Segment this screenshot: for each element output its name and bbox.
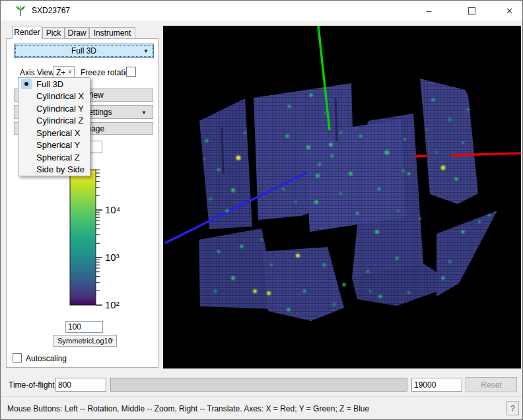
tof-max-input[interactable] [411, 378, 462, 392]
statusbar-help-text: Mouse Buttons: Left -- Rotation, Middle … [7, 404, 369, 413]
freeze-rotation-checkbox[interactable] [126, 67, 136, 77]
tab-instrument[interactable]: Instrument [89, 27, 135, 39]
bragg-peak-spot [303, 290, 306, 293]
bragg-peak-spot [419, 217, 421, 220]
scale-type-value: SymmetricLog10 [57, 337, 112, 345]
help-icon: ? [510, 404, 514, 412]
bragg-peak-spot [260, 238, 263, 241]
menu-item-spherical-z[interactable]: Spherical Z [18, 151, 90, 164]
bragg-peak-spot [359, 135, 363, 138]
colorbar-tick-label: 10⁴ [105, 204, 120, 215]
scale-min-input[interactable] [65, 321, 103, 333]
bragg-peak-spot [282, 188, 285, 191]
bragg-peak-spot [343, 283, 346, 287]
bragg-peak-spot [402, 170, 405, 173]
bragg-peak-spot [379, 295, 382, 298]
bragg-peak-spot [441, 166, 446, 170]
tof-range-slider[interactable] [110, 378, 407, 392]
menu-item-label: Side by Side [36, 164, 85, 174]
bragg-peak-spot [356, 212, 359, 215]
bragg-peak-spot [331, 155, 334, 158]
bragg-peak-spot [407, 291, 410, 294]
scale-type-combo[interactable]: SymmetricLog10 ∨ [53, 335, 117, 347]
maximize-button[interactable] [457, 1, 487, 20]
bragg-peak-spot [323, 263, 326, 267]
axis-view-value: Z+ [56, 68, 65, 77]
menu-item-label: Spherical Y [36, 140, 80, 150]
bragg-peak-spot [425, 128, 428, 131]
projection-dropdown-menu: Full 3DCylindrical XCylindrical YCylindr… [18, 77, 90, 176]
bragg-peak-spot [385, 151, 390, 155]
bragg-peak-spot [462, 230, 465, 234]
bragg-peak-spot [244, 131, 246, 134]
bragg-peak-spot [397, 209, 400, 212]
menu-item-label: Spherical X [36, 128, 80, 138]
bragg-peak-spot [203, 158, 205, 160]
bragg-peak-spot [448, 260, 452, 263]
tab-render[interactable]: Render [12, 26, 42, 39]
bragg-peak-spot [329, 143, 333, 147]
bragg-peak-spot [324, 112, 327, 114]
menu-item-side-by-side[interactable]: Side by Side [18, 164, 90, 176]
menu-item-label: Cylindrical Z [36, 116, 84, 125]
bragg-peak-spot [236, 156, 241, 160]
bragg-peak-spot [349, 172, 353, 176]
bragg-peak-spot [214, 290, 217, 293]
bragg-peak-spot [253, 289, 257, 293]
colorbar: 10⁴10³10² [65, 166, 131, 315]
bragg-peak-spot [318, 163, 322, 166]
window-title: SXD23767 [32, 6, 70, 15]
bragg-peak-spot [339, 131, 342, 134]
close-icon: ✕ [506, 6, 513, 16]
bragg-peak-spot [231, 188, 235, 192]
menu-item-cylindrical-x[interactable]: Cylindrical X [18, 90, 90, 103]
menu-item-full-3d[interactable]: Full 3D [18, 78, 90, 90]
menu-item-label: Spherical Z [36, 153, 80, 162]
colorbar-tick-label: 10³ [105, 252, 120, 263]
tof-min-input[interactable] [55, 378, 106, 392]
bragg-peak-spot [448, 118, 452, 122]
projection-combo-value: Full 3D [71, 46, 96, 55]
menu-item-label: Full 3D [36, 79, 63, 89]
minimize-button[interactable]: – [414, 1, 444, 20]
bragg-peak-spot [442, 277, 445, 280]
menu-item-spherical-y[interactable]: Spherical Y [18, 139, 90, 152]
bragg-peak-spot [240, 245, 244, 248]
bragg-peak-spot [287, 308, 291, 312]
bragg-peak-spot [285, 134, 289, 138]
menu-item-spherical-x[interactable]: Spherical X [18, 127, 90, 139]
help-button[interactable]: ? [506, 401, 519, 415]
close-button[interactable]: ✕ [495, 1, 523, 20]
maximize-icon [468, 7, 475, 15]
time-of-flight-label: Time-of-flight [9, 380, 55, 390]
autoscaling-checkbox[interactable] [13, 353, 22, 363]
bragg-peak-spot [366, 270, 369, 273]
tab-pick[interactable]: Pick [42, 27, 65, 39]
instrument-3d-view[interactable] [163, 26, 521, 368]
combo-arrow-icon: ▼ [141, 110, 147, 116]
statusbar-divider [1, 396, 522, 397]
bragg-peak-spot [296, 254, 300, 258]
bragg-peak-spot [295, 201, 298, 204]
bragg-peak-spot [316, 174, 320, 178]
projection-combo[interactable]: Full 3D ▼ [14, 44, 154, 58]
detector-bank-front-center-texture [305, 120, 406, 232]
bragg-peak-spot [407, 172, 411, 176]
tof-reset-button[interactable]: Reset [466, 377, 517, 392]
bragg-peak-spot [226, 209, 229, 213]
bragg-peak-spot [478, 221, 481, 223]
tab-draw[interactable]: Draw [65, 27, 89, 39]
bragg-peak-spot [306, 145, 310, 149]
menu-item-cylindrical-y[interactable]: Cylindrical Y [18, 102, 90, 115]
menu-item-cylindrical-z[interactable]: Cylindrical Z [18, 115, 90, 127]
detector-dark-streak [335, 98, 337, 141]
minimize-icon: – [427, 5, 432, 16]
bragg-peak-spot [310, 94, 313, 97]
bragg-peak-spot [217, 168, 221, 172]
app-icon [15, 5, 26, 17]
bragg-peak-spot [403, 138, 406, 141]
colorbar-tick-label: 10² [105, 299, 120, 310]
bragg-peak-spot [462, 141, 464, 144]
chevron-down-icon: ∨ [109, 337, 114, 343]
bragg-peak-spot [217, 250, 221, 254]
